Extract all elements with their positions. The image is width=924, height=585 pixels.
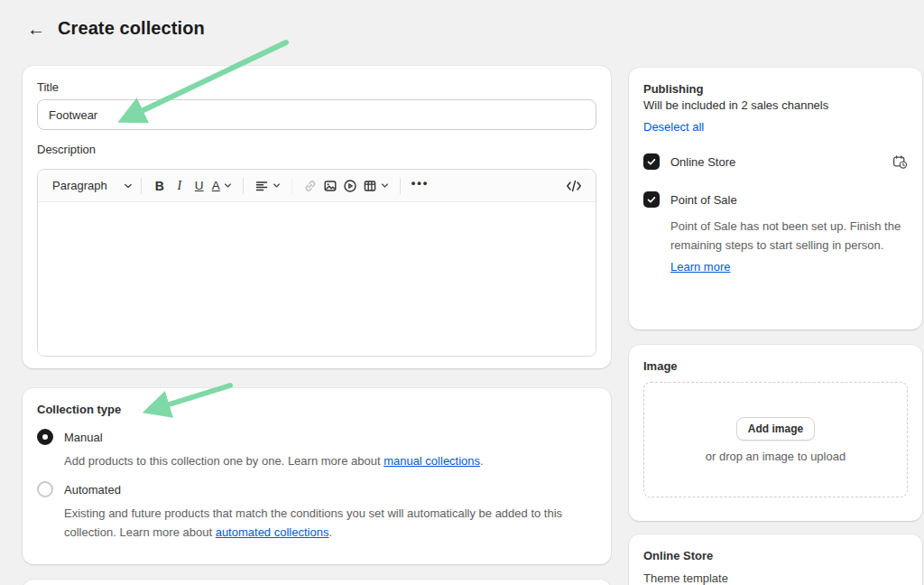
add-image-button[interactable]: Add image	[736, 417, 815, 441]
drop-image-hint: or drop an image to upload	[706, 450, 845, 463]
editor-toolbar: Paragraph B I U A	[38, 170, 596, 202]
description-editor: Paragraph B I U A	[37, 169, 596, 357]
align-left-icon	[254, 179, 269, 193]
automated-option-label: Automated	[64, 483, 121, 497]
automated-option-row[interactable]: Automated	[37, 481, 596, 497]
point-of-sale-checkbox[interactable]	[643, 191, 660, 208]
checkmark-icon	[646, 156, 657, 167]
toolbar-divider	[243, 178, 244, 194]
manual-desc-period: .	[480, 454, 484, 468]
chevron-down-icon	[273, 181, 281, 190]
collection-type-card: Collection type Manual Add products to t…	[23, 388, 611, 564]
show-html-button[interactable]	[563, 174, 585, 198]
insert-link-button[interactable]	[300, 174, 320, 198]
online-store-checkbox[interactable]	[643, 153, 660, 170]
image-dropzone[interactable]: Add image or drop an image to upload	[643, 382, 908, 497]
manual-radio[interactable]	[37, 429, 53, 445]
publishing-card: Publishing Will be included in 2 sales c…	[629, 68, 922, 330]
more-options-button[interactable]: •••	[409, 174, 432, 198]
manual-option-label: Manual	[64, 431, 103, 444]
page-header: ← Create collection	[27, 18, 205, 39]
italic-button[interactable]: I	[170, 174, 189, 198]
publishing-subtitle: Will be included in 2 sales channels	[643, 98, 908, 112]
deselect-all-link[interactable]: Deselect all	[643, 120, 704, 134]
publishing-heading: Publishing	[643, 82, 908, 96]
toolbar-divider	[400, 178, 401, 194]
link-icon	[303, 179, 318, 193]
code-icon	[566, 180, 582, 192]
online-store-channel-row: Online Store	[643, 153, 908, 170]
point-of-sale-note: Point of Sale has not been set up. Finis…	[670, 217, 908, 255]
paragraph-style-label: Paragraph	[52, 179, 107, 192]
point-of-sale-channel-label: Point of Sale	[670, 193, 737, 207]
underline-button[interactable]: U	[189, 174, 209, 198]
automated-radio[interactable]	[37, 481, 53, 497]
title-label: Title	[37, 80, 596, 94]
manual-option-row[interactable]: Manual	[37, 429, 596, 445]
text-color-button[interactable]: A	[209, 174, 235, 198]
page-title: Create collection	[58, 18, 205, 39]
toolbar-divider	[141, 178, 142, 194]
checkmark-icon	[646, 194, 657, 205]
image-card: Image Add image or drop an image to uplo…	[629, 345, 922, 521]
back-arrow-icon[interactable]: ←	[27, 20, 45, 38]
create-collection-page: ← Create collection Title Description Pa…	[0, 0, 924, 585]
online-store-heading: Online Store	[643, 549, 908, 562]
chevron-down-icon	[381, 181, 389, 190]
text-color-label: A	[212, 179, 220, 192]
online-store-card: Online Store Theme template	[629, 534, 922, 585]
automated-desc-period: .	[328, 525, 332, 539]
insert-table-button[interactable]	[360, 174, 392, 198]
toolbar-divider	[291, 178, 292, 194]
manual-option-description: Add products to this collection one by o…	[64, 451, 596, 470]
point-of-sale-channel-row: Point of Sale	[643, 191, 908, 208]
title-input[interactable]	[37, 99, 596, 130]
alignment-button[interactable]	[252, 174, 283, 198]
description-label: Description	[37, 143, 596, 156]
collection-type-heading: Collection type	[37, 403, 596, 416]
next-card-cutoff	[23, 580, 611, 585]
chevron-down-icon	[224, 181, 232, 190]
online-store-channel-label: Online Store	[670, 155, 735, 169]
schedule-calendar-clock-icon[interactable]	[892, 154, 908, 170]
learn-more-link[interactable]: Learn more	[670, 260, 730, 274]
insert-video-button[interactable]	[340, 174, 360, 198]
video-play-icon	[343, 179, 357, 193]
insert-image-button[interactable]	[320, 174, 340, 198]
table-icon	[363, 179, 377, 193]
automated-collections-link[interactable]: automated collections	[216, 525, 329, 539]
description-textarea[interactable]	[38, 202, 596, 357]
manual-collections-link[interactable]: manual collections	[383, 454, 480, 468]
image-icon	[323, 179, 337, 193]
chevron-down-icon	[124, 181, 133, 190]
paragraph-style-dropdown[interactable]: Paragraph	[52, 179, 133, 192]
details-card: Title Description Paragraph B I U A	[23, 66, 611, 368]
automated-option-description: Existing and future products that match …	[64, 504, 596, 542]
bold-button[interactable]: B	[150, 174, 170, 198]
image-heading: Image	[643, 359, 908, 373]
theme-template-label: Theme template	[643, 571, 908, 585]
manual-desc-text: Add products to this collection one by o…	[64, 454, 383, 468]
